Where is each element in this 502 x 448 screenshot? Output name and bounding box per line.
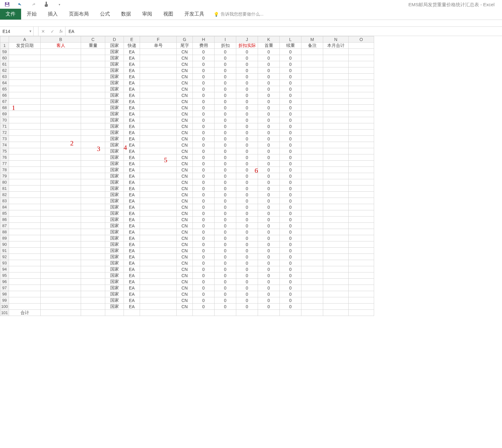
cell[interactable] (323, 86, 349, 92)
cell[interactable]: 国家 (105, 61, 124, 67)
cell[interactable] (41, 304, 81, 310)
tab-developer[interactable]: 开发工具 (179, 9, 210, 20)
cell[interactable] (140, 229, 177, 235)
cell[interactable] (9, 74, 41, 80)
cell[interactable] (349, 167, 374, 173)
cell[interactable] (349, 285, 374, 291)
cell[interactable] (9, 92, 41, 98)
cell[interactable] (349, 279, 374, 285)
cell[interactable]: 0 (193, 235, 215, 241)
row-header[interactable]: 85 (0, 210, 9, 217)
cell[interactable] (140, 279, 177, 285)
cell[interactable] (41, 291, 81, 297)
cell[interactable]: 0 (258, 142, 280, 148)
cell[interactable]: 0 (236, 192, 258, 198)
row-header[interactable]: 72 (0, 130, 9, 136)
cell[interactable]: CN (177, 67, 193, 74)
cell[interactable]: 0 (280, 204, 301, 210)
cell[interactable] (301, 80, 323, 86)
cell[interactable] (301, 297, 323, 304)
cell[interactable]: 0 (280, 92, 301, 98)
cell[interactable] (140, 285, 177, 291)
col-header-N[interactable]: N (323, 36, 349, 43)
cell[interactable]: 0 (236, 61, 258, 67)
cell[interactable] (140, 49, 177, 55)
cell[interactable]: 0 (280, 279, 301, 285)
cell[interactable] (41, 92, 81, 98)
cell[interactable]: CN (177, 117, 193, 123)
cell[interactable]: 0 (280, 74, 301, 80)
cell[interactable] (349, 67, 374, 74)
cell[interactable] (41, 74, 81, 80)
cell[interactable] (323, 204, 349, 210)
cell[interactable] (140, 55, 177, 61)
cell[interactable] (258, 310, 280, 316)
cell[interactable]: 0 (236, 272, 258, 279)
cell[interactable]: EA (124, 185, 140, 192)
cell[interactable]: 0 (193, 248, 215, 254)
cell[interactable]: EA (124, 304, 140, 310)
cell[interactable] (81, 235, 105, 241)
cell[interactable]: 0 (236, 154, 258, 161)
row-header[interactable]: 83 (0, 198, 9, 204)
cell[interactable] (41, 266, 81, 272)
cell[interactable]: CN (177, 260, 193, 266)
cell[interactable] (301, 111, 323, 117)
header-cell[interactable]: 发货日期 (9, 43, 41, 49)
cell[interactable]: 0 (236, 98, 258, 105)
cell[interactable]: 0 (236, 105, 258, 111)
cell[interactable]: 0 (236, 304, 258, 310)
cell[interactable]: 0 (215, 142, 236, 148)
cell[interactable] (81, 98, 105, 105)
cell[interactable]: 0 (280, 61, 301, 67)
cell[interactable]: 0 (236, 167, 258, 173)
cell[interactable] (349, 291, 374, 297)
cell[interactable] (323, 241, 349, 248)
cell[interactable] (349, 179, 374, 185)
header-cell[interactable]: 备注 (301, 43, 323, 49)
cell[interactable]: 0 (280, 210, 301, 217)
cell[interactable] (349, 61, 374, 67)
cell[interactable] (140, 105, 177, 111)
cell[interactable] (323, 136, 349, 142)
cell[interactable] (41, 248, 81, 254)
cell[interactable]: 0 (236, 86, 258, 92)
cell[interactable]: 国家 (105, 123, 124, 130)
cell[interactable]: 国家 (105, 117, 124, 123)
cell[interactable] (349, 310, 374, 316)
header-cell[interactable]: 尾字 (177, 43, 193, 49)
cell[interactable] (140, 185, 177, 192)
cell[interactable] (140, 67, 177, 74)
cell[interactable]: EA (124, 61, 140, 67)
cell[interactable] (81, 154, 105, 161)
cell[interactable]: 国家 (105, 80, 124, 86)
cell[interactable] (81, 204, 105, 210)
cell[interactable] (9, 254, 41, 260)
cell[interactable] (301, 192, 323, 198)
row-header[interactable]: 97 (0, 285, 9, 291)
cell[interactable]: 0 (280, 291, 301, 297)
cell[interactable]: 0 (280, 80, 301, 86)
cell[interactable] (323, 142, 349, 148)
row-header[interactable]: 62 (0, 67, 9, 74)
tell-me-search[interactable]: 💡 告诉我您想要做什么... (210, 9, 267, 20)
cell[interactable] (301, 173, 323, 179)
cell[interactable]: 0 (258, 105, 280, 111)
cell[interactable]: 国家 (105, 210, 124, 217)
cell[interactable] (140, 167, 177, 173)
cell[interactable] (140, 254, 177, 260)
cell[interactable]: 0 (258, 130, 280, 136)
cell[interactable]: 0 (258, 61, 280, 67)
cell[interactable] (301, 223, 323, 229)
row-header[interactable]: 96 (0, 279, 9, 285)
cell[interactable] (349, 223, 374, 229)
cell[interactable] (349, 136, 374, 142)
cell[interactable] (9, 248, 41, 254)
cell[interactable]: EA (124, 192, 140, 198)
col-header-K[interactable]: K (258, 36, 280, 43)
row-header[interactable]: 101 (0, 310, 9, 316)
row-header[interactable]: 89 (0, 235, 9, 241)
cell[interactable] (140, 130, 177, 136)
cell[interactable]: CN (177, 279, 193, 285)
cell[interactable]: 0 (258, 210, 280, 217)
